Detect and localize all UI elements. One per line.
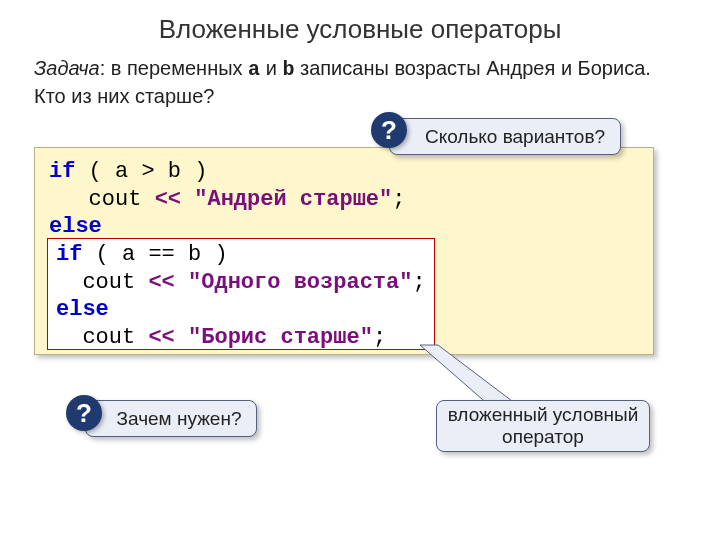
- op-2: <<: [148, 270, 174, 295]
- code-inner: if ( a == b ) cout << "Одного возраста";…: [56, 241, 426, 351]
- str-2: "Одного возраста": [175, 270, 413, 295]
- question-badge-1: ?: [371, 112, 407, 148]
- task-frag-1: : в переменных: [100, 57, 248, 79]
- var-a: a: [248, 58, 260, 81]
- op-1: <<: [155, 187, 181, 212]
- semi-1: ;: [392, 187, 405, 212]
- var-b: b: [282, 58, 294, 81]
- code-outer: if ( a > b ) cout << "Андрей старше"; el…: [49, 158, 639, 241]
- callout-variants-text: Сколько вариантов?: [425, 126, 605, 148]
- kw-else-1: else: [49, 214, 102, 239]
- question-badge-2: ?: [66, 395, 102, 431]
- question-mark-icon: ?: [381, 115, 397, 146]
- page-title: Вложенные условные операторы: [0, 14, 720, 45]
- question-mark-icon: ?: [76, 398, 92, 429]
- callout-nested-text: вложенный условный оператор: [437, 404, 649, 448]
- semi-3: ;: [373, 325, 386, 350]
- task-text: Задача: в переменных a и b записаны возр…: [34, 55, 686, 110]
- callout-why: Зачем нужен?: [85, 400, 257, 437]
- cout-2: cout: [56, 270, 148, 295]
- cout-1: cout: [49, 187, 155, 212]
- task-label: Задача: [34, 57, 100, 79]
- semi-2: ;: [412, 270, 425, 295]
- kw-if-2: if: [56, 242, 82, 267]
- cond-2: ( a == b ): [82, 242, 227, 267]
- callout-nested: вложенный условный оператор: [436, 400, 650, 452]
- op-3: <<: [148, 325, 174, 350]
- cout-3: cout: [56, 325, 148, 350]
- task-frag-2: и: [260, 57, 282, 79]
- svg-marker-0: [420, 345, 512, 406]
- kw-if-1: if: [49, 159, 75, 184]
- str-1: "Андрей старше": [181, 187, 392, 212]
- str-3: "Борис старше": [175, 325, 373, 350]
- code-inner-box: if ( a == b ) cout << "Одного возраста";…: [47, 238, 435, 350]
- kw-else-2: else: [56, 297, 109, 322]
- cond-1: ( a > b ): [75, 159, 207, 184]
- callout-why-text: Зачем нужен?: [117, 408, 242, 430]
- callout-variants: Сколько вариантов?: [389, 118, 621, 155]
